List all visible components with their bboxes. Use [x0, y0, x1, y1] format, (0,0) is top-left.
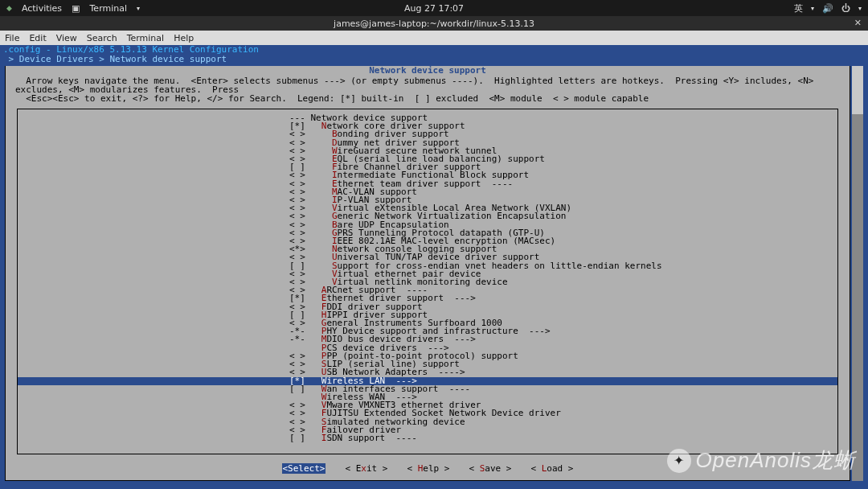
menu-item[interactable]: < > Ethernet team driver support ---- [18, 180, 837, 188]
load-button[interactable]: < Load > [530, 463, 573, 474]
exit-button[interactable]: < Exit > [345, 463, 387, 474]
menu-help[interactable]: Help [174, 33, 194, 43]
close-icon[interactable]: ✕ [854, 18, 862, 28]
ime-indicator[interactable]: 英 [794, 2, 803, 14]
dialog-title: Network device support [6, 66, 850, 76]
app-menu-chevron-icon[interactable]: ▾ [137, 5, 140, 12]
menu-item[interactable]: < > Failover driver [18, 426, 837, 434]
menu-terminal[interactable]: Terminal [127, 33, 165, 43]
menuconfig-dialog: Network device support Arrow keys naviga… [5, 66, 850, 481]
breadcrumb: > Device Drivers > Network device suppor… [0, 55, 868, 64]
activities-icon[interactable]: ◆ [6, 4, 12, 12]
menu-view[interactable]: View [56, 33, 77, 43]
ime-chevron-icon[interactable]: ▾ [811, 5, 814, 12]
wechat-icon: ✦ [667, 449, 691, 473]
scrollbar[interactable] [852, 66, 863, 481]
activities-button[interactable]: Activities [22, 3, 62, 14]
gnome-topbar: ◆ Activities ▣ Terminal ▾ Aug 27 17:07 英… [0, 0, 868, 16]
volume-icon[interactable]: 🔊 [822, 3, 833, 14]
power-icon[interactable]: ⏻ [841, 3, 850, 14]
system-chevron-icon[interactable]: ▾ [858, 5, 862, 12]
menu-item[interactable]: [ ] ISDN support ---- [18, 434, 837, 442]
dialog-instructions: Arrow keys navigate the menu. <Enter> se… [6, 76, 850, 105]
clock[interactable]: Aug 27 17:07 [404, 3, 464, 14]
menu-search[interactable]: Search [87, 33, 117, 43]
window-title: james@james-laptop:~/workdir/linux-5.13.… [334, 18, 534, 29]
window-titlebar: james@james-laptop:~/workdir/linux-5.13.… [0, 16, 868, 31]
watermark: ✦ OpenAnolis龙蜥 [667, 446, 855, 475]
terminal-app-icon[interactable]: ▣ [72, 3, 80, 14]
app-name[interactable]: Terminal [90, 3, 128, 14]
terminal-menubar: File Edit View Search Terminal Help [0, 31, 868, 45]
menu-item[interactable]: < > USB Network Adapters ----> [18, 368, 837, 376]
menu-edit[interactable]: Edit [29, 33, 46, 43]
scrollbar-thumb[interactable] [852, 66, 863, 114]
option-list[interactable]: --- Network device support[*] Network co… [17, 109, 838, 454]
terminal-area: .config - Linux/x86 5.13.13 Kernel Confi… [0, 45, 868, 489]
menu-item[interactable]: < > Simulated networking device [18, 418, 837, 426]
menu-item[interactable]: [*] Ethernet driver support ---> [18, 294, 837, 302]
menu-item[interactable]: [ ] Wan interfaces support ---- [18, 385, 837, 393]
select-button[interactable]: <Select> [282, 463, 326, 474]
menu-file[interactable]: File [5, 33, 19, 43]
menu-item[interactable]: < > MAC-VLAN support [18, 188, 837, 196]
help-button[interactable]: < Help > [407, 463, 449, 474]
save-button[interactable]: < Save > [469, 463, 511, 474]
